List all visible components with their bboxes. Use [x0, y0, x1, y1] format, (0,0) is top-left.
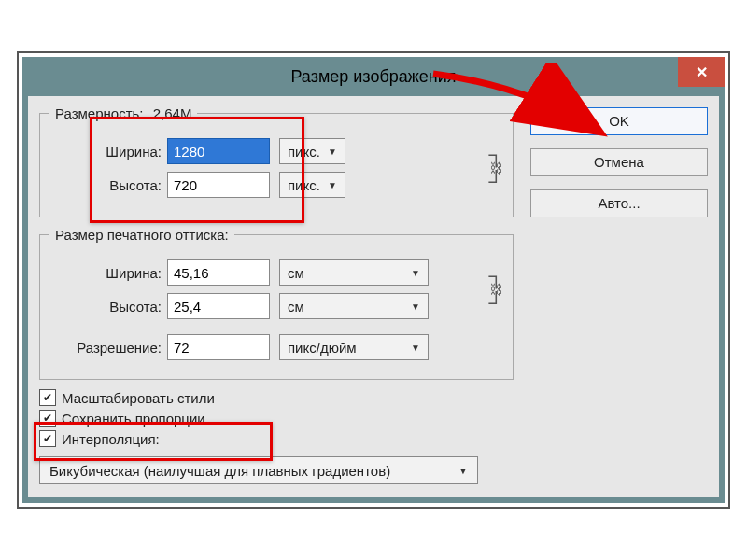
print-height-unit-value: см [288, 299, 304, 315]
chevron-down-icon: ▼ [411, 343, 420, 353]
pixel-width-input[interactable] [167, 138, 270, 164]
resolution-unit-value: пикс/дюйм [288, 340, 357, 356]
pixel-dim-legend-value: 2,64M [153, 105, 192, 121]
close-button[interactable]: ✕ [678, 57, 725, 87]
print-width-unit-select[interactable]: см ▼ [279, 259, 429, 286]
auto-button[interactable]: Авто... [530, 189, 708, 217]
chevron-down-icon: ▼ [328, 180, 337, 190]
constrain-checkbox[interactable]: ✔ [39, 410, 56, 427]
interp-label: Интерполяция: [62, 431, 160, 447]
chevron-down-icon: ▼ [458, 466, 468, 476]
cancel-button[interactable]: Отмена [530, 148, 708, 176]
pixel-dimensions-group: Размерность: 2,64M Ширина: пикс. ▼ [39, 105, 514, 217]
interp-row: ✔ Интерполяция: [39, 430, 514, 447]
print-height-label: Высота: [49, 299, 167, 315]
pixel-width-label: Ширина: [49, 144, 167, 160]
chevron-down-icon: ▼ [328, 147, 337, 157]
ok-button[interactable]: OK [530, 107, 708, 135]
pixel-height-unit-select[interactable]: пикс. ▼ [279, 172, 345, 198]
constrain-label: Сохранить пропорции [62, 411, 205, 427]
titlebar: Размер изображения ✕ [22, 57, 725, 96]
pixel-dim-legend-label: Размерность: [55, 105, 144, 121]
pixel-height-label: Высота: [49, 177, 167, 193]
print-dimensions-group: Размер печатного оттиска: Ширина: см ▼ [39, 227, 514, 380]
print-height-input[interactable] [167, 293, 270, 319]
resolution-label: Разрешение: [49, 340, 167, 356]
pixel-height-input[interactable] [167, 172, 270, 198]
chevron-down-icon: ▼ [411, 301, 420, 312]
link-icon: ┐⛓┘ [488, 270, 503, 310]
print-dim-legend: Размер печатного оттиска: [49, 227, 234, 243]
pixel-dim-legend: Размерность: 2,64M [49, 105, 197, 121]
close-icon: ✕ [696, 63, 708, 81]
resolution-unit-select[interactable]: пикс/дюйм ▼ [279, 334, 429, 360]
constrain-row: ✔ Сохранить пропорции [39, 410, 514, 427]
pixel-width-unit-value: пикс. [288, 144, 320, 160]
link-icon: ┐⛓┘ [488, 148, 503, 189]
pixel-width-unit-select[interactable]: пикс. ▼ [279, 138, 345, 164]
scale-styles-row: ✔ Масштабировать стили [39, 389, 514, 406]
print-height-unit-select[interactable]: см ▼ [279, 293, 429, 319]
print-width-label: Ширина: [49, 265, 167, 281]
print-width-unit-value: см [288, 265, 304, 281]
interp-checkbox[interactable]: ✔ [39, 430, 56, 447]
chevron-down-icon: ▼ [411, 268, 420, 278]
print-width-input[interactable] [167, 259, 270, 286]
scale-styles-label: Масштабировать стили [62, 390, 215, 406]
interp-method-select[interactable]: Бикубическая (наилучшая для плавных град… [39, 456, 478, 484]
scale-styles-checkbox[interactable]: ✔ [39, 389, 56, 406]
dialog-title: Размер изображения [290, 67, 456, 87]
image-size-dialog: Размер изображения ✕ Размерность: 2,64M … [22, 57, 725, 503]
interp-method-value: Бикубическая (наилучшая для плавных град… [49, 463, 390, 479]
resolution-input[interactable] [167, 334, 270, 360]
pixel-height-unit-value: пикс. [288, 177, 320, 193]
